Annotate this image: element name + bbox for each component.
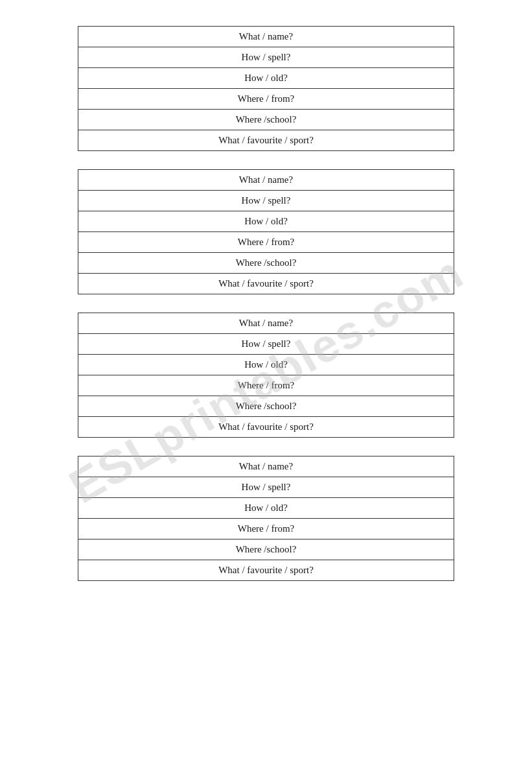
table-row: How / spell? [78, 477, 454, 498]
table-cell-3-1: What / name? [78, 313, 454, 334]
table-cell-3-2: How / spell? [78, 334, 454, 355]
table-row: How / spell? [78, 191, 454, 211]
table-row: Where / from? [78, 89, 454, 110]
table-row: How / old? [78, 355, 454, 375]
question-table-1: What / name?How / spell?How / old?Where … [78, 26, 454, 151]
table-cell-1-5: Where /school? [78, 110, 454, 130]
table-cell-2-5: Where /school? [78, 253, 454, 274]
table-row: What / favourite / sport? [78, 560, 454, 581]
table-row: What / name? [78, 456, 454, 477]
table-row: What / name? [78, 27, 454, 47]
table-row: How / old? [78, 498, 454, 519]
table-cell-3-5: Where /school? [78, 396, 454, 417]
table-row: How / spell? [78, 334, 454, 355]
page-content: What / name?How / spell?How / old?Where … [78, 26, 454, 581]
table-cell-1-3: How / old? [78, 68, 454, 89]
table-cell-4-1: What / name? [78, 456, 454, 477]
table-cell-2-3: How / old? [78, 211, 454, 232]
table-cell-4-2: How / spell? [78, 477, 454, 498]
question-table-4: What / name?How / spell?How / old?Where … [78, 456, 454, 581]
table-row: What / favourite / sport? [78, 417, 454, 438]
table-row: How / spell? [78, 47, 454, 68]
table-row: What / name? [78, 313, 454, 334]
table-row: What / name? [78, 170, 454, 191]
table-row: Where /school? [78, 253, 454, 274]
question-table-2: What / name?How / spell?How / old?Where … [78, 169, 454, 294]
table-cell-4-3: How / old? [78, 498, 454, 519]
table-row: Where /school? [78, 110, 454, 130]
table-cell-1-1: What / name? [78, 27, 454, 47]
table-cell-3-6: What / favourite / sport? [78, 417, 454, 438]
table-row: Where / from? [78, 375, 454, 396]
table-cell-4-4: Where / from? [78, 519, 454, 539]
table-row: Where / from? [78, 519, 454, 539]
table-row: How / old? [78, 211, 454, 232]
table-cell-2-2: How / spell? [78, 191, 454, 211]
table-cell-4-5: Where /school? [78, 539, 454, 560]
table-row: What / favourite / sport? [78, 130, 454, 151]
table-row: Where /school? [78, 539, 454, 560]
table-cell-2-1: What / name? [78, 170, 454, 191]
table-row: Where /school? [78, 396, 454, 417]
table-cell-2-4: Where / from? [78, 232, 454, 253]
table-row: How / old? [78, 68, 454, 89]
table-cell-1-4: Where / from? [78, 89, 454, 110]
table-cell-3-3: How / old? [78, 355, 454, 375]
table-row: What / favourite / sport? [78, 274, 454, 294]
table-cell-3-4: Where / from? [78, 375, 454, 396]
table-row: Where / from? [78, 232, 454, 253]
table-cell-1-2: How / spell? [78, 47, 454, 68]
question-table-3: What / name?How / spell?How / old?Where … [78, 313, 454, 438]
table-cell-2-6: What / favourite / sport? [78, 274, 454, 294]
table-cell-1-6: What / favourite / sport? [78, 130, 454, 151]
table-cell-4-6: What / favourite / sport? [78, 560, 454, 581]
